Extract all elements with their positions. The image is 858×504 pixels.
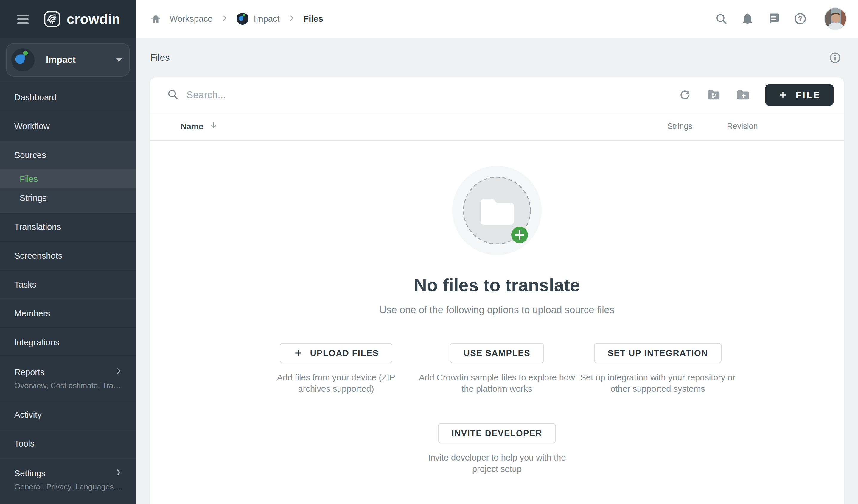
breadcrumb-project[interactable]: Impact (237, 13, 280, 25)
crowdin-logo-icon (44, 11, 61, 28)
column-header-strings[interactable]: Strings (650, 122, 710, 131)
topbar-brand-area: crowdin (0, 0, 136, 38)
files-card: FILE Name Strings Revision (150, 77, 844, 504)
files-toolbar: FILE (150, 77, 844, 113)
plus-icon (293, 348, 303, 358)
upload-files-option: UPLOAD FILES Add files from your device … (256, 343, 416, 394)
refresh-icon[interactable] (678, 88, 692, 101)
project-avatar (237, 13, 249, 25)
project-name: Impact (46, 54, 104, 65)
brand-name: crowdin (67, 11, 121, 27)
column-header-revision[interactable]: Revision (710, 122, 775, 131)
app-root: crowdin Workspace Impact (0, 0, 858, 504)
search-icon[interactable] (715, 13, 728, 25)
setup-integration-button[interactable]: SET UP INTEGRATION (594, 343, 722, 363)
use-samples-button[interactable]: USE SAMPLES (450, 343, 544, 363)
invite-developer-caption: Invite developer to help you with the pr… (423, 452, 571, 474)
folder-plus-icon[interactable] (736, 88, 750, 102)
help-icon[interactable]: ? (794, 12, 807, 25)
sidebar-item-members[interactable]: Members (0, 299, 136, 328)
main-content: Files (136, 38, 858, 504)
project-logo (11, 48, 35, 71)
sidebar-item-tools[interactable]: Tools (0, 429, 136, 458)
sidebar-item-sources[interactable]: Sources (0, 141, 136, 169)
search-input[interactable] (187, 89, 678, 101)
chevron-right-icon (221, 14, 228, 24)
sidebar-item-integrations[interactable]: Integrations (0, 328, 136, 357)
upload-options: UPLOAD FILES Add files from your device … (256, 343, 738, 394)
empty-folder-illustration (452, 166, 542, 255)
sidebar: Impact Dashboard Workflow Sources Files … (0, 38, 136, 504)
sidebar-section-sources: Sources Files Strings (0, 141, 136, 212)
chevron-right-icon (288, 14, 295, 24)
folder-branch-icon[interactable] (707, 88, 721, 102)
svg-text:?: ? (798, 15, 803, 22)
sidebar-item-tasks[interactable]: Tasks (0, 270, 136, 299)
breadcrumb-project-label: Impact (254, 14, 280, 24)
sidebar-item-files[interactable]: Files (0, 169, 136, 189)
breadcrumb: Workspace Impact Files (150, 13, 323, 25)
crowdin-logo[interactable]: crowdin (44, 11, 121, 28)
setup-integration-caption: Set up integration with your repository … (577, 372, 738, 394)
home-icon[interactable] (150, 13, 161, 25)
sidebar-item-translations[interactable]: Translations (0, 212, 136, 241)
sidebar-nav: Dashboard Workflow Sources Files Strings… (0, 83, 136, 501)
sidebar-item-settings[interactable]: Settings General, Privacy, Languages, Q.… (0, 458, 136, 501)
topbar: crowdin Workspace Impact (0, 0, 858, 38)
sidebar-item-screenshots[interactable]: Screenshots (0, 241, 136, 270)
column-header-name[interactable]: Name (180, 121, 650, 132)
chevron-right-icon (114, 367, 123, 377)
notifications-bell-icon[interactable] (741, 13, 754, 25)
topbar-actions: ? (715, 7, 847, 30)
messages-icon[interactable] (767, 13, 780, 25)
chevron-right-icon (114, 468, 123, 479)
page-title: Files (150, 52, 170, 63)
invite-developer-option: INVITE DEVELOPER Invite developer to hel… (423, 423, 571, 474)
setup-integration-option: SET UP INTEGRATION Set up integration wi… (577, 343, 738, 394)
page-header: Files (136, 38, 858, 77)
use-samples-option: USE SAMPLES Add Crowdin sample files to … (416, 343, 577, 394)
caret-down-icon (116, 58, 122, 62)
plus-icon (778, 90, 788, 100)
sidebar-item-activity[interactable]: Activity (0, 400, 136, 429)
empty-state: No files to translate Use one of the fol… (150, 141, 844, 475)
project-selector[interactable]: Impact (6, 43, 130, 77)
empty-state-subtitle: Use one of the following options to uplo… (380, 304, 615, 315)
sort-descending-icon (209, 121, 218, 132)
invite-developer-button[interactable]: INVITE DEVELOPER (438, 423, 556, 443)
toolbar-icons (678, 88, 750, 102)
breadcrumb-current: Files (304, 14, 323, 24)
user-avatar[interactable] (824, 7, 847, 30)
files-table-header: Name Strings Revision (150, 113, 844, 141)
add-file-button[interactable]: FILE (765, 84, 833, 106)
sidebar-item-workflow[interactable]: Workflow (0, 112, 136, 141)
topbar-main: Workspace Impact Files (136, 0, 858, 38)
info-icon[interactable] (829, 51, 841, 64)
sidebar-item-dashboard[interactable]: Dashboard (0, 83, 136, 112)
hamburger-menu-button[interactable] (17, 15, 29, 24)
breadcrumb-workspace[interactable]: Workspace (170, 14, 213, 24)
search-icon (167, 88, 179, 101)
upload-files-caption: Add files from your device (ZIP archives… (276, 372, 396, 394)
sidebar-item-reports[interactable]: Reports Overview, Cost estimate, Transl.… (0, 357, 136, 400)
empty-state-title: No files to translate (414, 275, 580, 295)
upload-files-button[interactable]: UPLOAD FILES (280, 343, 393, 363)
use-samples-caption: Add Crowdin sample files to explore how … (416, 372, 577, 394)
sidebar-item-strings[interactable]: Strings (0, 189, 136, 208)
